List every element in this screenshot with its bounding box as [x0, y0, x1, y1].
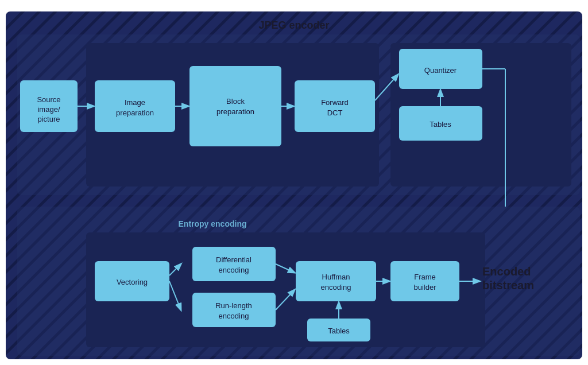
entropy-label: Entropy encoding: [179, 219, 247, 228]
encoded-label2: bitstream: [482, 279, 534, 292]
huffman-enc-label: Huffman: [322, 273, 350, 281]
quantizer-label: Quantizer: [424, 66, 457, 75]
frame-builder-label: Frame: [414, 273, 436, 281]
runlen-enc-label2: encoding: [219, 312, 249, 320]
source-image-label: Source: [37, 95, 60, 104]
diff-enc-label2: encoding: [219, 266, 249, 274]
main-title: JPEG encoder: [258, 20, 329, 31]
block-prep-label: Block: [226, 97, 245, 106]
huffman-enc-label2: encoding: [321, 283, 351, 292]
encoded-label: Encoded: [482, 265, 531, 278]
vectoring-label: Vectoring: [117, 278, 148, 286]
source-image-label3: picture: [37, 115, 60, 123]
tables-bottom-label: Tables: [328, 327, 350, 335]
block-prep-label2: preparation: [216, 107, 254, 116]
image-prep-label: Image: [125, 98, 145, 107]
runlen-enc-label: Run-length: [215, 301, 252, 310]
image-prep-label2: preparation: [116, 108, 154, 117]
block-prep-box: [189, 66, 281, 146]
diagram-container: JPEG encoder Source image/ picture Image…: [0, 0, 588, 365]
source-image-label2: image/: [37, 105, 60, 114]
frame-builder-label2: builder: [413, 283, 436, 292]
forward-dct-label2: DCT: [327, 108, 343, 117]
diff-enc-label: Differential: [216, 255, 252, 264]
forward-dct-label: Forward: [321, 98, 349, 107]
tables-top-label: Tables: [430, 120, 451, 129]
